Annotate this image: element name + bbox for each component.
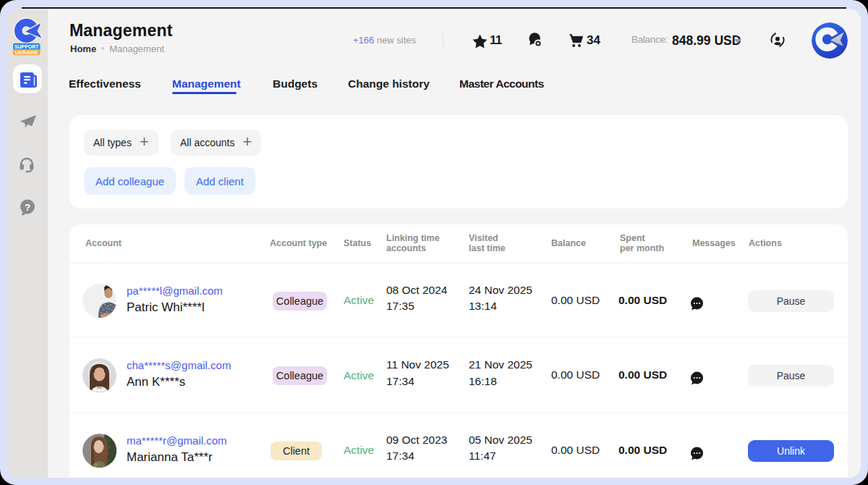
svg-text:UKRAINE: UKRAINE xyxy=(15,50,38,55)
svg-text:?: ? xyxy=(25,202,30,213)
svg-text:SUPPORT: SUPPORT xyxy=(14,44,40,49)
